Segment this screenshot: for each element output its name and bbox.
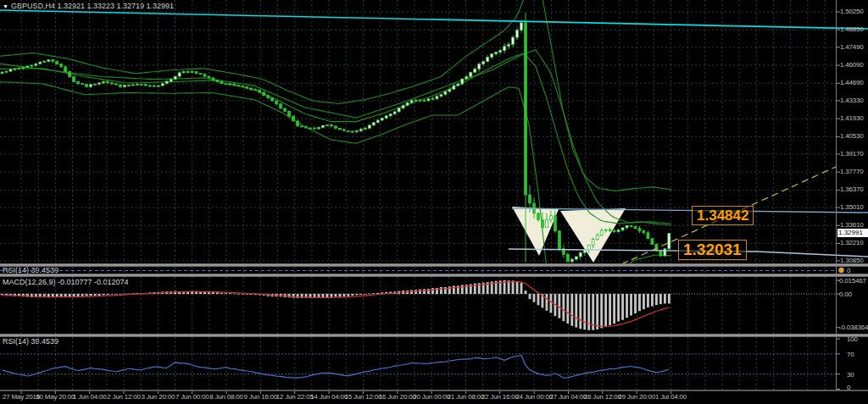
chart-title: ▼GBPUSD,H4 1.32921 1.33223 1.32719 1.329… — [3, 2, 174, 10]
time-axis-label: 27 May 2016 — [3, 393, 40, 401]
price-axis-label: 1.50250 — [840, 8, 864, 15]
time-axis-label: 27 Jun 04:00 — [550, 393, 587, 401]
rsi-axis-label: 30 — [847, 371, 854, 379]
macd-axis-label: 0.00 — [839, 291, 852, 298]
price-axis-label: 1.46090 — [840, 61, 864, 69]
time-axis-label: 16 Jun 20:00 — [379, 393, 416, 401]
ohlc-values: 1.32921 1.33223 1.32719 1.32991 — [57, 2, 174, 10]
macd-axis-label: 0.015467 — [839, 277, 866, 285]
price-axis-label: 1.40530 — [840, 132, 864, 140]
panel-splitter[interactable] — [0, 263, 868, 267]
price-annotation[interactable]: 1.34842 — [692, 206, 754, 225]
price-axis-label: 1.41930 — [840, 114, 864, 122]
rsi-label: RSI(14) 39.4539 — [3, 337, 58, 346]
time-axis-label: 24 Jun 00:00 — [515, 393, 553, 401]
rsi-axis-label: 70 — [847, 351, 854, 358]
time-axis-label: 29 Jun 20:00 — [618, 393, 655, 401]
price-axis-label: 1.44690 — [840, 79, 864, 86]
panel-splitter[interactable] — [0, 274, 868, 277]
price-axis-label: 1.35010 — [840, 203, 864, 211]
main-chart-layer — [0, 0, 836, 355]
price-axis-label: 1.48850 — [840, 25, 864, 33]
chart-canvas[interactable] — [0, 0, 868, 404]
price-axis-label: 1.43330 — [840, 97, 864, 104]
time-axis-label: 8 Jun 08:00 — [209, 393, 243, 401]
time-axis-label: 1 Jun 04:00 — [73, 393, 107, 401]
time-axis-label: 1 Jul 04:00 — [655, 393, 687, 401]
panel-splitter[interactable] — [0, 334, 868, 337]
time-axis-label: 22 Jun 16:00 — [481, 393, 519, 401]
time-axis-label: 21 Jun 08:00 — [447, 393, 484, 401]
rsi-strip-axis-value: 0 — [847, 267, 850, 274]
price-axis-label: 1.39170 — [840, 150, 864, 158]
price-axis-label: 1.37770 — [840, 168, 864, 175]
price-axis-label: 1.47490 — [840, 43, 864, 51]
symbol-marker-icon: ▼ — [3, 3, 8, 9]
macd-label: MACD(12,26,9) -0.010777 -0.012074 — [3, 278, 129, 286]
time-axis-label: 28 Jun 12:00 — [584, 393, 621, 401]
price-axis-label: 1.30850 — [840, 257, 864, 264]
time-axis-label: 7 Jun 00:00 — [175, 393, 209, 401]
price-axis-label: 1.36370 — [840, 185, 864, 193]
current-price-tag: 1.32991 — [837, 229, 868, 237]
time-axis-label: 14 Jun 04:00 — [310, 393, 348, 401]
price-axis-label: 1.33610 — [840, 221, 864, 229]
macd-axis-label: -0.038364 — [839, 324, 868, 331]
price-axis[interactable] — [837, 0, 868, 390]
time-axis-label: 20 Jun 00:00 — [413, 393, 450, 401]
rsi-axis-label: 100 — [847, 335, 858, 343]
price-axis-label: 1.32210 — [840, 239, 864, 246]
price-annotation[interactable]: 1.32031 — [678, 240, 747, 260]
time-axis-label: 3 Jun 20:00 — [142, 393, 175, 401]
time-axis-label: 12 Jun 22:05 — [276, 393, 314, 401]
chart-window: ▼GBPUSD,H4 1.32921 1.33223 1.32719 1.329… — [0, 0, 868, 404]
axis-divider — [0, 390, 868, 391]
time-axis-label: 15 Jun 12:00 — [344, 393, 381, 401]
time-axis-label: 2 Jun 12:00 — [107, 393, 141, 401]
rsi-layer — [0, 337, 836, 390]
time-axis-label: 30 May 20:00 — [36, 393, 75, 401]
symbol-title: GBPUSD,H4 — [11, 2, 55, 10]
rsi-axis-label: 0 — [847, 384, 850, 391]
time-axis-label: 9 Jun 16:00 — [244, 393, 278, 401]
